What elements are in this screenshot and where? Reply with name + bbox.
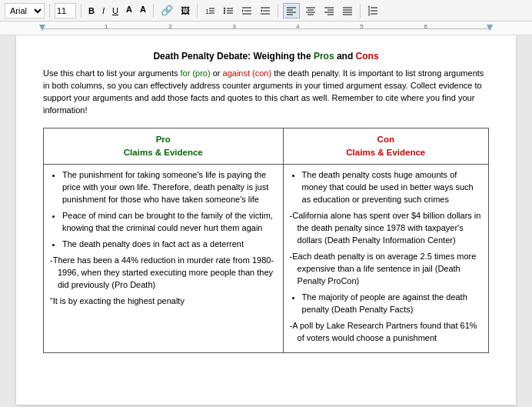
link-button[interactable]: 🔗 (158, 3, 175, 18)
ruler-num-3: 3 (232, 23, 235, 30)
font-color-label: A (126, 5, 132, 14)
justify-icon (342, 5, 353, 16)
pro-header-line2: Claims & Evidence (124, 148, 203, 157)
svg-point-6 (224, 12, 225, 13)
pro-bullet-list: The punishment for taking someone's life… (50, 169, 277, 251)
document-intro: Use this chart to list your arguments fo… (43, 68, 489, 117)
ordered-list-icon: 1. (204, 5, 215, 16)
title-part1: Death Penalty Debate: Weighing the (153, 51, 313, 62)
pro-dash-2: “It is by exacting the highest penalty (50, 295, 277, 308)
line-spacing-icon (367, 5, 378, 16)
increase-indent-icon (260, 5, 271, 16)
highlight-button[interactable]: A (138, 3, 148, 18)
link-icon: 🔗 (161, 5, 173, 16)
con-column-header: Con Claims & Evidence (283, 128, 488, 165)
document-page: Death Penalty Debate: Weighing the Pros … (16, 35, 516, 405)
table-header-row: Pro Claims & Evidence Con Claims & Evide… (44, 128, 489, 165)
bold-button[interactable]: B (86, 3, 97, 18)
title-cons: Cons (356, 51, 379, 62)
list-item: The death penalty does in fact act as a … (62, 239, 277, 251)
pro-dash-1: -There has been a 44% reduction in murde… (50, 255, 277, 292)
list-item: The death penalty costs huge amounts of … (302, 169, 482, 206)
align-center-icon (305, 5, 316, 16)
con-header-line2: Claims & Evidence (346, 148, 425, 157)
con-bullet-list-2: The majority of people are against the d… (290, 292, 482, 316)
page-area: Death Penalty Debate: Weighing the Pros … (0, 35, 532, 407)
decrease-indent-icon (241, 5, 252, 16)
ruler-line (42, 28, 490, 29)
pro-column-header: Pro Claims & Evidence (44, 128, 284, 165)
svg-point-4 (224, 7, 225, 8)
justify-button[interactable] (340, 3, 355, 18)
con-header-line1: Con (377, 135, 394, 144)
con-cell-content: The death penalty costs huge amounts of … (290, 169, 482, 344)
highlight-label: A (140, 5, 146, 14)
unordered-list-icon (223, 5, 234, 16)
con-bullet-list: The death penalty costs huge amounts of … (290, 169, 482, 206)
ruler-num-6: 6 (424, 23, 427, 30)
align-left-button[interactable] (283, 3, 300, 18)
increase-indent-button[interactable] (258, 3, 273, 18)
toolbar-separator (49, 4, 50, 18)
font-family-select[interactable]: Arial (5, 3, 45, 18)
toolbar-separator-2 (81, 4, 81, 18)
list-item: The punishment for taking someone's life… (62, 169, 277, 206)
con-dash-2: -Each death penalty is on average 2.5 ti… (290, 251, 482, 288)
decrease-indent-button[interactable] (239, 3, 254, 18)
italic-button[interactable]: I (100, 3, 107, 18)
line-spacing-button[interactable] (365, 3, 381, 18)
align-right-icon (324, 5, 334, 16)
pro-header-text: Pro Claims & Evidence (50, 133, 277, 160)
table-content-row: The punishment for taking someone's life… (44, 165, 489, 353)
svg-marker-13 (242, 9, 244, 12)
ruler: 1 2 3 4 5 6 (0, 22, 532, 35)
debate-table: Pro Claims & Evidence Con Claims & Evide… (43, 128, 489, 354)
font-size-input[interactable] (55, 3, 76, 18)
image-icon: 🖼 (181, 5, 190, 16)
ruler-track: 1 2 3 4 5 6 (42, 22, 490, 35)
toolbar-separator-4 (197, 4, 198, 18)
font-color-button[interactable]: A (124, 3, 135, 18)
title-pros: Pros (314, 51, 334, 62)
con-cell: The death penalty costs huge amounts of … (283, 165, 488, 353)
title-and: and (334, 51, 356, 62)
ruler-num-5: 5 (360, 23, 363, 30)
pro-header-line1: Pro (156, 135, 171, 144)
con-header-text: Con Claims & Evidence (290, 133, 482, 160)
underline-button[interactable]: U (110, 3, 121, 18)
image-button[interactable]: 🖼 (178, 3, 192, 18)
pro-cell: The punishment for taking someone's life… (44, 165, 284, 353)
toolbar: Arial B I U A A 🔗 🖼 1. (0, 0, 532, 22)
svg-marker-39 (368, 15, 370, 16)
con-dash-3: -A poll by Lake Research Partners found … (290, 320, 482, 345)
intro-against: against (con) (223, 68, 272, 78)
toolbar-separator-5 (278, 4, 278, 18)
svg-marker-38 (368, 5, 370, 7)
align-center-button[interactable] (303, 3, 318, 18)
pro-cell-content: The punishment for taking someone's life… (50, 169, 277, 307)
list-item: Peace of mind can be brought to the fami… (62, 210, 277, 235)
ordered-list-button[interactable]: 1. (202, 3, 218, 18)
ruler-right-handle[interactable] (487, 25, 493, 31)
ruler-num-4: 4 (296, 23, 299, 30)
unordered-list-button[interactable] (221, 3, 236, 18)
align-left-icon (286, 5, 297, 16)
ruler-num-1: 1 (105, 23, 108, 30)
align-right-button[interactable] (321, 3, 337, 18)
intro-for: for (pro) (181, 68, 211, 78)
svg-marker-17 (261, 9, 262, 12)
svg-point-5 (224, 9, 225, 11)
list-item: The majority of people are against the d… (302, 292, 482, 316)
toolbar-separator-6 (360, 4, 361, 18)
toolbar-separator-3 (153, 4, 154, 18)
ruler-left-handle[interactable] (39, 25, 45, 31)
document-title: Death Penalty Debate: Weighing the Pros … (43, 51, 489, 62)
con-dash-1: -California alone has spent over $4 bill… (290, 210, 482, 247)
ruler-num-2: 2 (168, 23, 171, 30)
